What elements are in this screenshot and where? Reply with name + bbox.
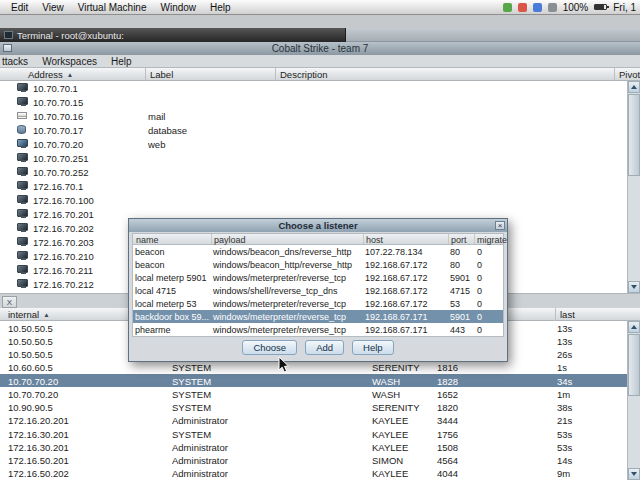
beacons-scrollbar[interactable] bbox=[627, 321, 640, 480]
beacon-computer: KAYLEE bbox=[372, 442, 408, 453]
mac-menu-view[interactable]: View bbox=[35, 2, 71, 13]
listener-row[interactable]: beaconwindows/beacon_http/reverse_http19… bbox=[133, 258, 503, 271]
column-header-label-col[interactable]: Label bbox=[145, 68, 275, 81]
target-row[interactable]: 172.16.70.1 bbox=[0, 179, 627, 193]
beacon-pid: 1828 bbox=[437, 376, 458, 387]
menu-workspaces[interactable]: Workspaces bbox=[42, 56, 111, 67]
menubar-clock[interactable]: Fri, 1 bbox=[613, 2, 636, 13]
listener-name: beacon bbox=[135, 247, 211, 257]
beacon-row[interactable]: 10.60.60.5SYSTEMSERENITY18161s bbox=[0, 361, 627, 374]
dialog-titlebar[interactable]: Choose a listener × bbox=[129, 219, 507, 232]
mac-menu-help[interactable]: Help bbox=[203, 2, 238, 13]
target-address: 172.16.70.211 bbox=[33, 265, 93, 276]
beacon-internal: 172.16.50.202 bbox=[8, 468, 69, 479]
listener-migrate: 0 bbox=[477, 247, 482, 257]
sort-asc-icon: ▲ bbox=[43, 311, 49, 318]
beacon-row[interactable]: 10.90.90.5SYSTEMSERENITY182038s bbox=[0, 401, 627, 414]
beacon-row[interactable]: 10.70.70.20SYSTEMWASH182834s bbox=[0, 374, 627, 387]
target-address: 10.70.70.1 bbox=[33, 83, 78, 94]
gray-status-icon[interactable] bbox=[548, 3, 557, 12]
computer-icon bbox=[17, 167, 28, 175]
scroll-up-button[interactable] bbox=[628, 81, 640, 93]
scroll-down-button[interactable] bbox=[628, 468, 640, 480]
listener-host: 192.168.67.172 bbox=[365, 260, 428, 270]
column-header-address[interactable]: Address ▲ bbox=[0, 68, 145, 81]
add-button[interactable]: Add bbox=[305, 340, 344, 355]
listener-row[interactable]: phearmewindows/meterpreter/reverse_tcp19… bbox=[133, 323, 503, 336]
targets-scrollbar-thumb[interactable] bbox=[628, 94, 640, 176]
beacon-internal: 172.16.30.201 bbox=[8, 429, 69, 440]
computer-icon bbox=[17, 279, 28, 287]
help-button[interactable]: Help bbox=[352, 340, 394, 355]
listener-row[interactable]: local meterp 5901windows/meterpreter/rev… bbox=[133, 271, 503, 284]
app-titlebar[interactable]: Cobalt Strike - team 7 bbox=[0, 42, 640, 55]
target-row[interactable]: 172.16.70.100 bbox=[0, 193, 627, 207]
beacon-internal: 172.16.30.201 bbox=[8, 442, 69, 453]
close-icon[interactable]: × bbox=[495, 221, 505, 230]
target-row[interactable]: 10.70.70.16mail bbox=[0, 109, 627, 123]
listener-row[interactable]: local meterp 53windows/meterpreter/rever… bbox=[133, 297, 503, 310]
red-status-icon[interactable] bbox=[518, 3, 527, 12]
column-header-last[interactable]: last bbox=[555, 308, 640, 321]
target-address: 10.70.70.15 bbox=[33, 97, 83, 108]
beacon-computer: SIMON bbox=[372, 455, 403, 466]
beacon-last: 14s bbox=[557, 455, 572, 466]
choose-button[interactable]: Choose bbox=[242, 340, 297, 355]
listener-row[interactable]: backdoor box 59...windows/meterpreter/re… bbox=[133, 310, 503, 323]
listener-host: 192.168.67.172 bbox=[365, 273, 428, 283]
column-header-name[interactable]: name bbox=[136, 235, 159, 245]
column-header-migrate[interactable]: migrate bbox=[477, 235, 507, 245]
column-header-label: Description bbox=[280, 69, 328, 80]
beacon-row[interactable]: 172.16.20.201AdministratorKAYLEE344421s bbox=[0, 414, 627, 427]
column-header-description[interactable]: Description bbox=[275, 68, 614, 81]
target-row[interactable]: 10.70.70.251 bbox=[0, 151, 627, 165]
desktop-strip bbox=[0, 15, 640, 28]
listener-payload: windows/shell/reverse_tcp_dns bbox=[213, 286, 338, 296]
beacon-pid: 1652 bbox=[437, 389, 458, 400]
dialog-title: Choose a listener bbox=[278, 220, 357, 231]
column-header-port[interactable]: port bbox=[451, 235, 467, 245]
beacon-user: Administrator bbox=[172, 455, 228, 466]
listener-row[interactable]: local 4715windows/shell/reverse_tcp_dns1… bbox=[133, 284, 503, 297]
green-status-icon[interactable] bbox=[503, 3, 512, 12]
listener-name: beacon bbox=[135, 260, 211, 270]
column-header-pivot[interactable]: Pivot bbox=[614, 68, 640, 81]
listener-name: local meterp 53 bbox=[135, 299, 211, 309]
listener-table-body: beaconwindows/beacon_dns/reverse_http107… bbox=[132, 245, 504, 337]
mac-menu-window[interactable]: Window bbox=[153, 2, 203, 13]
menu-help[interactable]: Help bbox=[111, 56, 146, 67]
blue-status-icon[interactable] bbox=[533, 3, 542, 12]
taskbar-window-button[interactable]: Terminal - root@xubuntu: bbox=[0, 28, 346, 42]
beacon-row[interactable]: 172.16.50.202AdministratorKAYLEE40449m bbox=[0, 467, 627, 480]
beacon-row[interactable]: 172.16.50.201AdministratorSIMON456414s bbox=[0, 454, 627, 467]
beacons-scrollbar-thumb[interactable] bbox=[628, 334, 640, 396]
mac-menu-virtual-machine[interactable]: Virtual Machine bbox=[71, 2, 154, 13]
listener-payload: windows/meterpreter/reverse_tcp bbox=[213, 299, 346, 309]
target-row[interactable]: 10.70.70.1 bbox=[0, 81, 627, 95]
target-address: 10.70.70.20 bbox=[33, 139, 83, 150]
beacon-row[interactable]: 10.70.70.20SYSTEMWASH16521m bbox=[0, 387, 627, 400]
target-row[interactable]: 10.70.70.252 bbox=[0, 165, 627, 179]
target-row[interactable]: 10.70.70.20web bbox=[0, 137, 627, 151]
targets-scrollbar[interactable] bbox=[627, 81, 640, 293]
target-label: mail bbox=[148, 111, 165, 122]
column-header-payload[interactable]: payload bbox=[214, 235, 246, 245]
beacon-computer: WASH bbox=[372, 389, 400, 400]
window-menu-icon[interactable] bbox=[3, 44, 12, 52]
target-row[interactable]: 10.70.70.17database bbox=[0, 123, 627, 137]
beacon-row[interactable]: 172.16.30.201SYSTEMKAYLEE175653s bbox=[0, 427, 627, 440]
listener-port: 80 bbox=[450, 260, 460, 270]
beacon-user: SYSTEM bbox=[172, 402, 211, 413]
listener-row[interactable]: beaconwindows/beacon_dns/reverse_http107… bbox=[133, 245, 503, 258]
tab-close-button[interactable]: X bbox=[2, 296, 17, 308]
mac-menu-edit[interactable]: Edit bbox=[4, 2, 35, 13]
menu-ttacks[interactable]: ttacks bbox=[2, 56, 42, 67]
target-row[interactable]: 10.70.70.15 bbox=[0, 95, 627, 109]
column-header-host[interactable]: host bbox=[366, 235, 383, 245]
scroll-up-button[interactable] bbox=[628, 321, 640, 333]
scroll-down-button[interactable] bbox=[628, 281, 640, 293]
target-address: 172.16.70.212 bbox=[33, 279, 94, 290]
beacon-internal: 10.50.50.5 bbox=[8, 336, 53, 347]
beacon-row[interactable]: 172.16.30.201AdministratorKAYLEE150853s bbox=[0, 440, 627, 453]
beacon-pid: 4044 bbox=[437, 468, 458, 479]
